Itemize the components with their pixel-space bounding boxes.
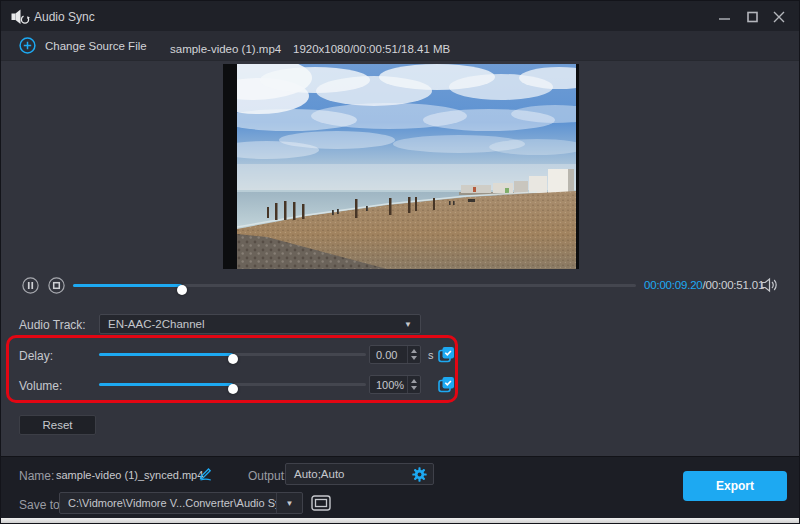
pause-button[interactable] — [22, 277, 39, 294]
app-speaker-sync-icon — [11, 9, 30, 28]
output-filename: sample-video (1)_synced.mp4 — [56, 469, 203, 481]
output-settings-gear-icon[interactable] — [412, 467, 427, 482]
export-button[interactable]: Export — [683, 471, 787, 501]
volume-value-box[interactable]: 100% — [369, 375, 421, 394]
spin-down-icon[interactable] — [411, 356, 417, 360]
reset-button[interactable]: Reset — [19, 415, 96, 435]
source-filename: sample-video (1).mp4 — [170, 43, 281, 55]
volume-slider-thumb[interactable] — [228, 384, 238, 394]
toolbar: Change Source File sample-video (1).mp4 … — [1, 31, 799, 61]
spin-up-icon[interactable] — [411, 349, 417, 353]
change-source-file-label: Change Source File — [45, 40, 147, 52]
delay-value-box[interactable]: 0.00 — [369, 345, 421, 364]
stop-button[interactable] — [48, 277, 65, 294]
caret-down-icon: ▼ — [404, 320, 412, 329]
audio-track-value: EN-AAC-2Channel — [108, 318, 205, 330]
volume-label: Volume: — [19, 379, 79, 393]
delay-slider-thumb[interactable] — [228, 354, 238, 364]
output-format-value: Auto;Auto — [294, 468, 412, 480]
audio-track-dropdown[interactable]: EN-AAC-2Channel ▼ — [99, 314, 421, 334]
volume-slider-fill — [99, 383, 233, 386]
spin-up-icon[interactable] — [411, 379, 417, 383]
playback-progress-slider[interactable] — [73, 280, 636, 291]
video-preview-container — [223, 64, 579, 269]
delay-value[interactable]: 0.00 — [370, 349, 407, 361]
current-time: 00:00:09.20 — [644, 279, 703, 291]
total-time: 00:00:51.01 — [706, 279, 765, 291]
export-label: Export — [716, 479, 754, 493]
plus-circle-icon — [19, 37, 36, 54]
delay-slider[interactable] — [99, 349, 366, 360]
video-preview-frame — [237, 64, 576, 269]
minimize-button[interactable] — [717, 9, 733, 25]
maximize-button[interactable] — [745, 9, 761, 25]
audio-track-label: Audio Track: — [19, 318, 86, 332]
close-button[interactable] — [771, 9, 787, 25]
volume-value[interactable]: 100% — [370, 379, 407, 391]
audio-sync-window: Audio Sync Change Source File sample-vid… — [0, 0, 800, 524]
delay-label: Delay: — [19, 349, 79, 363]
browse-folder-icon[interactable] — [311, 495, 331, 511]
delay-unit: s — [428, 349, 434, 361]
speaker-volume-icon[interactable] — [761, 277, 780, 296]
delay-apply-to-all-icon[interactable] — [438, 346, 455, 363]
window-title: Audio Sync — [34, 10, 95, 24]
save-to-path: C:\Vidmore\Vidmore V...Converter\Audio S… — [60, 497, 276, 509]
title-bar: Audio Sync — [1, 1, 799, 31]
progress-fill — [73, 284, 182, 287]
source-file-info: 1920x1080/00:00:51/18.41 MB — [293, 43, 450, 55]
volume-slider[interactable] — [99, 379, 366, 390]
output-format-field[interactable]: Auto;Auto — [285, 463, 434, 485]
delay-spinner[interactable] — [407, 346, 420, 363]
window-bottom-edge — [1, 518, 799, 524]
beach-scene-video — [237, 64, 576, 269]
name-label: Name: — [19, 469, 54, 483]
delay-slider-fill — [99, 353, 233, 356]
output-label: Output: — [248, 469, 287, 483]
progress-thumb[interactable] — [177, 285, 187, 295]
volume-spinner[interactable] — [407, 376, 420, 393]
save-to-path-field[interactable]: C:\Vidmore\Vidmore V...Converter\Audio S… — [59, 492, 303, 514]
edit-name-pencil-icon[interactable] — [198, 466, 213, 481]
spin-down-icon[interactable] — [411, 386, 417, 390]
change-source-file-button[interactable]: Change Source File — [19, 37, 147, 54]
save-to-label: Save to: — [19, 498, 63, 512]
footer-bar: Name: sample-video (1)_synced.mp4 Output… — [1, 456, 799, 518]
save-to-caret-down-icon[interactable]: ▼ — [276, 493, 302, 513]
time-display: 00:00:09.20/00:00:51.01 — [644, 279, 764, 291]
volume-apply-to-all-icon[interactable] — [438, 376, 455, 393]
reset-label: Reset — [42, 419, 72, 431]
